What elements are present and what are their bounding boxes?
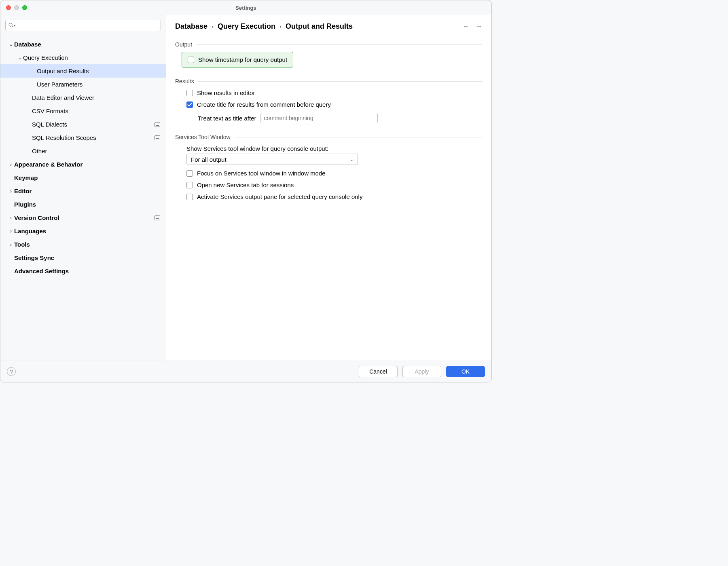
tree-item-output-and-results[interactable]: Output and Results <box>0 64 166 78</box>
tree-item-sql-resolution-scopes[interactable]: › SQL Resolution Scopes <box>0 131 166 144</box>
tree-item-editor[interactable]: › Editor <box>0 184 166 198</box>
tree-item-user-parameters[interactable]: User Parameters <box>0 78 166 91</box>
settings-footer: ? Cancel Apply OK <box>0 361 491 382</box>
tree-item-advanced-settings[interactable]: › Advanced Settings <box>0 264 166 278</box>
search-field[interactable]: ▾ <box>5 20 161 31</box>
breadcrumb-seg-query-execution[interactable]: Query Execution <box>218 22 275 31</box>
ok-button[interactable]: OK <box>446 366 485 377</box>
create-title-label: Create title for results from comment be… <box>197 101 331 108</box>
chevron-right-icon[interactable]: › <box>8 188 14 194</box>
help-button[interactable]: ? <box>7 367 16 376</box>
scope-badge-icon <box>154 135 160 140</box>
window-title: Settings <box>0 5 491 11</box>
tree-item-settings-sync[interactable]: › Settings Sync <box>0 251 166 264</box>
chevron-right-icon[interactable]: › <box>8 161 14 168</box>
breadcrumb-sep-icon: › <box>212 23 214 30</box>
chevron-right-icon[interactable]: › <box>8 228 14 234</box>
treat-text-input[interactable] <box>260 113 378 123</box>
tree-item-data-editor-and-viewer[interactable]: › Data Editor and Viewer <box>0 91 166 104</box>
show-results-in-editor-label: Show results in editor <box>197 89 255 96</box>
show-timestamp-label: Show timestamp for query output <box>198 56 287 63</box>
svg-line-1 <box>12 26 13 27</box>
activate-pane-label: Activate Services output pane for select… <box>197 193 362 200</box>
tree-item-version-control[interactable]: › Version Control <box>0 211 166 224</box>
settings-sidebar: ▾ ⌄ Database ⌄ Query Execution Out <box>0 15 166 361</box>
open-new-tab-checkbox[interactable] <box>186 182 193 188</box>
create-title-checkbox[interactable] <box>186 101 193 108</box>
breadcrumb-seg-database[interactable]: Database <box>175 22 207 31</box>
scope-badge-icon <box>154 122 160 127</box>
treat-text-label: Treat text as title after <box>198 115 256 122</box>
section-title-output: Output <box>175 41 483 48</box>
nav-forward-icon[interactable]: → <box>475 22 483 31</box>
tree-item-keymap[interactable]: › Keymap <box>0 171 166 184</box>
settings-content: Database › Query Execution › Output and … <box>166 15 491 361</box>
settings-tree: ⌄ Database ⌄ Query Execution Output and … <box>0 34 166 361</box>
show-results-in-editor-row: Show results in editor <box>175 89 483 96</box>
search-icon <box>8 22 14 29</box>
search-wrap: ▾ <box>0 15 166 34</box>
tree-item-plugins[interactable]: › Plugins <box>0 198 166 211</box>
apply-button[interactable]: Apply <box>402 366 441 377</box>
show-services-label: Show Services tool window for query cons… <box>186 145 328 152</box>
section-output: Output Show timestamp for query output <box>175 41 483 68</box>
section-title-results: Results <box>175 78 483 84</box>
chevron-down-icon: ⌄ <box>350 157 353 162</box>
chevron-right-icon[interactable]: › <box>8 215 14 221</box>
search-history-caret-icon[interactable]: ▾ <box>14 23 16 27</box>
activate-pane-checkbox[interactable] <box>186 194 193 200</box>
tree-item-languages[interactable]: › Languages <box>0 224 166 238</box>
tree-item-other[interactable]: › Other <box>0 144 166 158</box>
settings-body: ▾ ⌄ Database ⌄ Query Execution Out <box>0 15 491 361</box>
show-services-select-row: For all output ⌄ <box>175 154 483 165</box>
treat-text-row: Treat text as title after <box>175 113 483 123</box>
settings-window: Settings ▾ <box>0 0 492 382</box>
tree-item-csv-formats[interactable]: › CSV Formats <box>0 104 166 118</box>
breadcrumb-nav: ← → <box>462 22 483 31</box>
show-timestamp-highlight: Show timestamp for query output <box>182 52 293 68</box>
cancel-button[interactable]: Cancel <box>359 366 398 377</box>
chevron-down-icon[interactable]: ⌄ <box>17 55 23 61</box>
tree-item-tools[interactable]: › Tools <box>0 238 166 251</box>
section-results: Results Show results in editor Create ti… <box>175 78 483 123</box>
svg-point-0 <box>9 23 12 26</box>
activate-pane-row: Activate Services output pane for select… <box>175 193 483 200</box>
focus-services-checkbox[interactable] <box>186 170 193 177</box>
chevron-right-icon[interactable]: › <box>8 241 14 248</box>
tree-item-appearance-behavior[interactable]: › Appearance & Behavior <box>0 158 166 171</box>
create-title-row: Create title for results from comment be… <box>175 101 483 108</box>
tree-item-database[interactable]: ⌄ Database <box>0 38 166 51</box>
nav-back-icon[interactable]: ← <box>462 22 470 31</box>
tree-item-sql-dialects[interactable]: › SQL Dialects <box>0 118 166 131</box>
search-input[interactable] <box>17 20 158 31</box>
focus-services-row: Focus on Services tool window in window … <box>175 170 483 177</box>
section-services: Services Tool Window Show Services tool … <box>175 134 483 200</box>
open-new-tab-row: Open new Services tab for sessions <box>175 182 483 188</box>
show-results-in-editor-checkbox[interactable] <box>186 90 193 96</box>
chevron-down-icon[interactable]: ⌄ <box>8 41 14 48</box>
breadcrumb: Database › Query Execution › Output and … <box>175 22 353 31</box>
breadcrumb-sep-icon: › <box>279 23 281 30</box>
breadcrumb-seg-output-and-results: Output and Results <box>286 22 353 31</box>
scope-badge-icon <box>154 215 160 220</box>
titlebar: Settings <box>0 0 491 15</box>
open-new-tab-label: Open new Services tab for sessions <box>197 182 294 188</box>
show-services-value: For all output <box>191 156 226 163</box>
show-timestamp-checkbox[interactable] <box>188 57 194 63</box>
focus-services-label: Focus on Services tool window in window … <box>197 170 326 177</box>
breadcrumb-row: Database › Query Execution › Output and … <box>175 22 483 31</box>
show-services-select[interactable]: For all output ⌄ <box>186 154 358 165</box>
section-title-services: Services Tool Window <box>175 134 483 140</box>
show-services-label-row: Show Services tool window for query cons… <box>175 145 483 152</box>
tree-item-query-execution[interactable]: ⌄ Query Execution <box>0 51 166 64</box>
